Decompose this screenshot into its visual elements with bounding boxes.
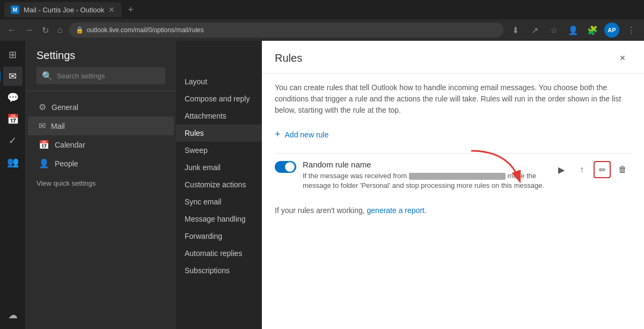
calendar-label: Calendar [55,141,85,149]
view-quick-settings-link[interactable]: View quick settings [26,175,176,192]
more-tools-icon[interactable]: ⋮ [624,23,639,38]
nav-calendar-icon[interactable]: 📅 [3,109,23,129]
rules-dialog-title: Rules [275,52,302,64]
browser-chrome: M Mail - Curtis Joe - Outlook ✕ + [0,0,644,19]
move-up-button[interactable]: ↑ [573,161,590,178]
settings-people-item[interactable]: 👤 People [28,154,174,173]
rule-desc-prefix: If the message was received from [303,172,407,180]
not-working-text: If your rules aren't working, [275,206,367,215]
back-button[interactable]: ← [5,23,18,37]
settings-header: Settings 🔍 [26,41,176,91]
nav-chat-icon[interactable]: 💬 [3,88,23,107]
sub-auto-replies-item[interactable]: Automatic replies [176,245,262,262]
settings-section-general: ⚙ General ✉ Mail 📅 Calendar 👤 [26,96,176,175]
add-icon: + [275,129,281,140]
calendar-nav-icon: 📅 [39,140,49,150]
mail-nav-icon: ✉ [39,121,46,131]
dialog-close-button[interactable]: × [614,49,631,67]
download-icon[interactable]: ⬇ [508,23,523,38]
browser-tab[interactable]: M Mail - Curtis Joe - Outlook ✕ [4,2,121,17]
tab-close-button[interactable]: ✕ [108,5,115,14]
edit-rule-button[interactable]: ✏ [594,161,611,178]
home-button[interactable]: ⌂ [55,23,65,37]
extension-ap-icon[interactable]: AP [604,23,619,38]
sub-sync-item[interactable]: Sync email [176,193,262,210]
sub-junk-item[interactable]: Junk email [176,159,262,176]
forward-button[interactable]: → [23,23,35,37]
not-working-period: . [425,206,427,215]
rule-item: Random rule name If the message was rece… [275,153,631,197]
rule-name-text: Random rule name [303,160,546,169]
settings-title: Settings [36,49,165,62]
rule-content: Random rule name If the message was rece… [303,160,546,191]
tab-title: Mail - Curtis Joe - Outlook [24,6,104,14]
sub-customize-item[interactable]: Customize actions [176,176,262,193]
rule-action-buttons: ▶ ↑ ✏ 🗑 [553,161,631,178]
tab-favicon: M [11,5,19,14]
extensions-icon[interactable]: 🧩 [585,23,600,38]
sub-subscriptions-item[interactable]: Subscriptions [176,262,262,279]
sub-rules-item[interactable]: Rules [176,125,262,142]
nav-waffle-icon[interactable]: ⊞ [3,45,23,64]
nav-mail-icon[interactable]: ✉ [3,67,23,86]
profile-icon[interactable]: 👤 [566,23,581,38]
new-tab-button[interactable]: + [125,4,137,16]
rules-description-text: You can create rules that tell Outlook h… [275,82,631,116]
nav-onedrive-icon[interactable]: ☁ [3,305,23,325]
settings-general-item[interactable]: ⚙ General [28,98,174,116]
sub-layout-item[interactable]: Layout [176,73,262,90]
rule-description-text: If the message was received from move th… [303,171,546,191]
sub-forwarding-item[interactable]: Forwarding [176,228,262,245]
settings-mail-item[interactable]: ✉ Mail [28,116,174,135]
url-text: outlook.live.com/mail/0/options/mail/rul… [87,26,204,34]
settings-search-icon: 🔍 [42,71,53,81]
delete-rule-button[interactable]: 🗑 [614,161,631,178]
browser-toolbar: ← → ↻ ⌂ 🔒 outlook.live.com/mail/0/option… [0,19,644,41]
sub-attachments-item[interactable]: Attachments [176,107,262,125]
add-new-rule-label: Add new rule [285,130,329,139]
refresh-button[interactable]: ↻ [40,23,51,38]
toolbar-icons: ⬇ ↗ ☆ 👤 🧩 AP ⋮ [508,23,639,38]
rules-dialog: Rules × You can create rules that tell O… [262,41,644,329]
people-label: People [55,159,78,168]
bookmark-icon[interactable]: ☆ [546,23,561,38]
nav-tasks-icon[interactable]: ✓ [3,131,23,150]
general-icon: ⚙ [39,102,46,112]
lock-icon: 🔒 [76,26,84,34]
generate-report-link[interactable]: generate a report [367,206,425,215]
settings-search-input[interactable] [57,72,160,80]
share-icon[interactable]: ↗ [527,23,542,38]
sub-message-handling-item[interactable]: Message handling [176,210,262,228]
report-section: If your rules aren't working, generate a… [275,206,631,215]
people-nav-icon: 👤 [39,158,49,169]
sub-sweep-item[interactable]: Sweep [176,142,262,159]
rule-desc-blurred-email [409,173,506,180]
general-label: General [52,103,78,112]
settings-panel: Settings 🔍 ⚙ General ✉ Mail [26,41,176,329]
sub-compose-item[interactable]: Compose and reply [176,90,262,107]
rules-dialog-header: Rules × [262,41,644,74]
app-nav: ⊞ ✉ 💬 📅 ✓ 👥 ☁ [0,41,26,329]
app-container: ⊞ ✉ 💬 📅 ✓ 👥 ☁ Outlook 🔍 Search 📹 Meet No… [0,41,644,329]
settings-search-bar[interactable]: 🔍 [36,67,165,84]
nav-contacts-icon[interactable]: 👥 [3,152,23,172]
main-area: Outlook 🔍 Search 📹 Meet Now S ⊞ ☰ 🔔 ⚙ ? [26,41,644,329]
mail-label: Mail [51,122,65,130]
run-rule-button[interactable]: ▶ [553,161,570,178]
settings-nav: ⚙ General ✉ Mail 📅 Calendar 👤 [26,91,176,329]
rule-toggle[interactable] [275,161,296,173]
address-bar[interactable]: 🔒 outlook.live.com/mail/0/options/mail/r… [69,23,503,38]
rules-body: You can create rules that tell Outlook h… [262,74,644,329]
sub-settings-panel: Layout Compose and reply Attachments Rul… [176,41,262,329]
add-new-rule-button[interactable]: + Add new rule [275,127,631,142]
settings-calendar-item[interactable]: 📅 Calendar [28,135,174,154]
